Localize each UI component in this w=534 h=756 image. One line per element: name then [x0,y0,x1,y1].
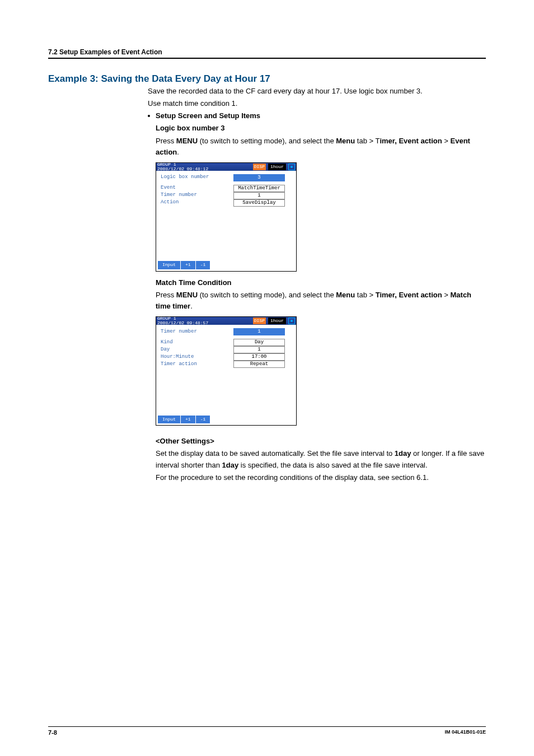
field-label: Hour:Minute [161,353,233,361]
field-label: Logic box number [161,174,233,181]
intro-line-2: Use match time condition 1. [148,98,486,109]
minus-one-button[interactable]: -1 [196,416,210,423]
section-header: 7.2 Setup Examples of Event Action [48,48,486,59]
plus-one-button[interactable]: +1 [181,261,195,269]
field-value[interactable]: 1 [233,328,285,335]
other-heading: <Other Settings> [156,436,486,447]
logic-instruction: Press MENU (to switch to setting mode), … [156,136,486,158]
doc-id: IM 04L41B01-01E [444,729,486,736]
ss-footer: Input +1 -1 [158,416,210,423]
ss-titlebar: GROUP 12008/12/02 09:48:12 DISP 1hour [156,163,296,171]
setup-heading: Setup Screen and Setup Items [148,110,486,122]
match-instruction: Press MENU (to switch to setting mode), … [156,290,486,312]
field-label: Timer action [161,361,233,368]
page-footer: 7-8 IM 04L41B01-01E [48,726,486,736]
record-icon [288,318,295,324]
example-title: Example 3: Saving the Data Every Day at … [48,73,486,85]
screenshot-event-action: GROUP 12008/12/02 09:48:12 DISP 1hour Lo… [156,162,297,272]
field-label: Day [161,346,233,354]
screenshot-match-timer: GROUP 12008/12/02 09:48:57 DISP 1hour Ti… [156,316,297,426]
ss-footer: Input +1 -1 [158,261,210,269]
other-p1: Set the display data to be saved automat… [156,448,486,470]
field-value[interactable]: SaveDisplay [233,199,285,207]
bullet-icon [148,115,150,117]
field-value[interactable]: 1 [233,346,285,353]
rate-badge: 1hour [268,318,286,324]
disp-badge: DISP [253,164,266,170]
logic-block: Logic box number 3 Press MENU (to switch… [156,123,486,483]
disp-badge: DISP [253,318,266,324]
rate-badge: 1hour [268,164,286,170]
field-value[interactable]: Day [233,339,285,346]
plus-one-button[interactable]: +1 [181,416,195,423]
intro-line-1: Save the recorded data to the CF card ev… [148,86,486,97]
page-number: 7-8 [48,729,57,736]
field-value[interactable]: 17:00 [233,353,285,361]
other-p2: For the procedure to set the recording c… [156,472,486,483]
logic-heading: Logic box number 3 [156,123,486,134]
body-column: Save the recorded data to the CF card ev… [148,86,486,483]
field-value[interactable]: 3 [233,174,285,181]
field-label: Kind [161,339,233,347]
match-heading: Match Time Condition [156,277,486,288]
field-value[interactable]: Repeat [233,361,285,368]
minus-one-button[interactable]: -1 [196,261,210,269]
input-button[interactable]: Input [158,261,180,269]
field-label: Timer number [161,192,233,199]
field-value[interactable]: 1 [233,192,285,199]
field-value[interactable]: MatchTimeTimer [233,185,285,192]
ss-titlebar: GROUP 12008/12/02 09:48:57 DISP 1hour [156,317,296,325]
record-icon [288,164,295,170]
input-button[interactable]: Input [158,416,180,423]
page: 7.2 Setup Examples of Event Action Examp… [0,0,534,756]
field-label: Timer number [161,328,233,336]
field-label: Action [161,199,233,207]
field-label: Event [161,184,233,192]
